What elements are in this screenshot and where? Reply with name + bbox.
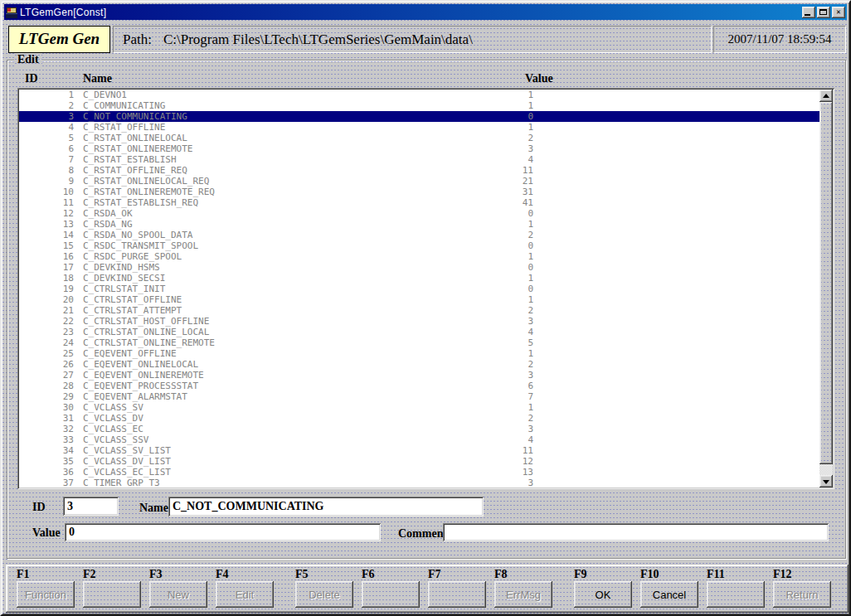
list-item[interactable]: 29C_EQEVENT_ALARMSTAT7 [19,391,819,402]
list-item[interactable]: 12C_RSDA_OK0 [19,208,819,219]
scrollbar-thumb[interactable] [819,102,833,464]
minimize-button[interactable] [802,7,815,18]
new-button[interactable]: New [149,581,207,608]
list-item[interactable]: 25C_EQEVENT_OFFLINE1 [19,348,819,359]
list-item[interactable]: 31C_VCLASS_DV2 [19,413,819,424]
fkey-group: F7 [428,568,488,609]
list-item[interactable]: 18C_DEVKIND_SECSI1 [19,273,819,284]
edit-groupbox-label: Edit [14,53,42,66]
list-item[interactable]: 10C_RSTAT_ONLINEREMOTE_REQ31 [19,187,819,197]
fkey-group: F12Return [773,568,833,609]
list-item[interactable]: 5C_RSTAT_ONLINELOCAL2 [19,133,819,143]
f11-button[interactable] [707,581,765,608]
scroll-down-button[interactable] [819,475,833,487]
list-item[interactable]: 11C_RSTAT_ESTABLISH_REQ41 [19,197,819,208]
delete-button[interactable]: Delete [295,581,353,608]
minimize-icon [805,14,810,16]
edit-groupbox: Edit ID Name Value 1C_DEVNO112C_COMMUNIC… [7,60,846,559]
fkey-label: F7 [428,568,488,580]
app-window: LTGemGen[Const] ✕ LTGem Gen Path:C:\Prog… [0,0,851,616]
arrow-up-icon [823,94,829,98]
list-item[interactable]: 26C_EQEVENT_ONLINELOCAL2 [19,359,819,370]
list-item[interactable]: 6C_RSTAT_ONLINEREMOTE3 [19,143,819,154]
fkey-group: F9OK [574,568,634,609]
fkey-group: F3New [149,568,209,609]
timestamp: 2007/11/07 18:59:54 [713,26,846,53]
fkey-label: F11 [707,568,766,580]
list-item[interactable]: 23C_CTRLSTAT_ONLINE_LOCAL4 [19,327,819,337]
list-item[interactable]: 28C_EQEVENT_PROCESSSTAT6 [19,381,819,391]
list-item[interactable]: 8C_RSTAT_OFFLINE_REQ11 [19,165,819,176]
list-item[interactable]: 3C_NOT_COMMUNICATING0 [19,111,819,122]
list-item[interactable]: 37C_TIMER_GRP_T33 [19,478,819,487]
list-item[interactable]: 9C_RSTAT_ONLINELOCAL_REQ21 [19,176,819,187]
fkey-label: F9 [574,568,634,580]
close-button[interactable]: ✕ [832,7,845,18]
value-label: Value [32,526,61,540]
fkey-group: F1Function [17,568,76,609]
f7-button[interactable] [428,581,486,608]
list-item[interactable]: 33C_VCLASS_SSV4 [19,434,819,445]
name-label: Name [139,502,168,515]
vertical-scrollbar[interactable] [819,90,833,487]
const-list: 1C_DEVNO112C_COMMUNICATING13C_NOT_COMMUN… [19,90,819,487]
list-item[interactable]: 27C_EQEVENT_ONLINEREMOTE3 [19,370,819,381]
fkey-label: F5 [295,568,355,580]
fkey-label: F8 [494,568,554,580]
list-item[interactable]: 22C_CTRLSTAT_HOST_OFFLINE3 [19,316,819,327]
errmsg-button[interactable]: ErrMsg [494,581,552,608]
column-header-name: Name [83,72,112,85]
fkey-label: F4 [216,568,275,580]
list-item[interactable]: 24C_CTRLSTAT_ONLINE_REMOTE5 [19,337,819,348]
list-item[interactable]: 19C_CTRLSTAT_INIT0 [19,284,819,294]
app-logo: LTGem Gen [8,26,110,53]
f6-button[interactable] [362,581,420,608]
fkey-group: F11 [707,568,766,609]
ok-button[interactable]: OK [574,581,632,608]
function-button[interactable]: Function [17,581,75,608]
window-title: LTGemGen[Const] [20,7,802,18]
fkey-label: F1 [17,568,76,580]
id-field[interactable] [63,497,119,516]
fkey-group: F2 [83,568,143,609]
maximize-icon [819,9,827,15]
fkey-label: F12 [773,568,833,580]
maximize-button[interactable] [817,7,830,18]
name-field[interactable] [168,497,484,517]
list-item[interactable]: 34C_VCLASS_SV_LIST11 [19,445,819,456]
close-icon: ✕ [836,7,840,16]
cancel-button[interactable]: Cancel [640,581,698,608]
fkey-group: F10Cancel [640,568,700,609]
const-listbox: 1C_DEVNO112C_COMMUNICATING13C_NOT_COMMUN… [17,88,834,489]
comment-field[interactable] [443,523,829,541]
scroll-up-button[interactable] [819,90,833,102]
function-key-bar: F1FunctionF2F3NewF4EditF5DeleteF6F7F8Err… [6,565,849,613]
list-item[interactable]: 1C_DEVNO11 [19,90,819,100]
id-label: ID [32,501,46,514]
list-item[interactable]: 21C_CTRLSTAT_ATTEMPT2 [19,305,819,316]
fkey-label: F6 [362,568,421,580]
list-item[interactable]: 35C_VCLASS_DV_LIST12 [19,456,819,467]
list-item[interactable]: 4C_RSTAT_OFFLINE1 [19,122,819,133]
title-bar[interactable]: LTGemGen[Const] ✕ [4,4,847,20]
list-item[interactable]: 16C_RSDC_PURGE_SPOOL1 [19,251,819,262]
arrow-down-icon [823,480,829,484]
f2-button[interactable] [83,581,141,608]
list-item[interactable]: 32C_VCLASS_EC3 [19,424,819,434]
value-field[interactable] [65,523,381,541]
list-item[interactable]: 14C_RSDA_NO_SPOOL_DATA2 [19,230,819,240]
fkey-group: F5Delete [295,568,355,609]
edit-button[interactable]: Edit [216,581,274,608]
column-header-value: Value [525,72,553,85]
return-button[interactable]: Return [773,581,831,608]
list-item[interactable]: 20C_CTRLSTAT_OFFLINE1 [19,294,819,305]
list-item[interactable]: 30C_VCLASS_SV1 [19,402,819,413]
fkey-group: F4Edit [216,568,275,609]
app-icon [6,7,17,18]
list-item[interactable]: 13C_RSDA_NG1 [19,219,819,230]
list-item[interactable]: 36C_VCLASS_EC_LIST13 [19,467,819,478]
list-item[interactable]: 15C_RSDC_TRANSMIT_SPOOL0 [19,240,819,251]
list-item[interactable]: 7C_RSTAT_ESTABLISH4 [19,154,819,165]
list-item[interactable]: 2C_COMMUNICATING1 [19,100,819,111]
list-item[interactable]: 17C_DEVKIND_HSMS0 [19,262,819,273]
